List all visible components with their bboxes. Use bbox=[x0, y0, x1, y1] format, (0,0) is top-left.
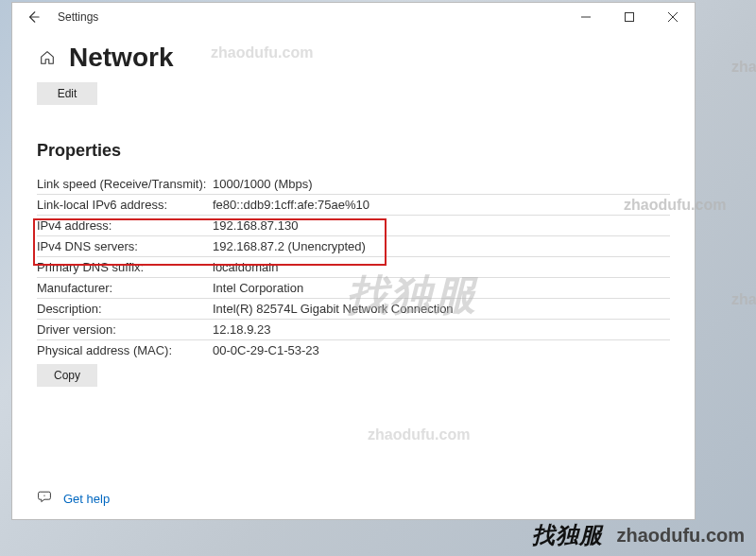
page-title: Network bbox=[69, 43, 173, 73]
prop-label: Physical address (MAC): bbox=[37, 343, 213, 357]
content-area: Network Edit Properties Link speed (Rece… bbox=[12, 31, 695, 519]
prop-value: 00-0C-29-C1-53-23 bbox=[213, 343, 670, 357]
home-icon[interactable] bbox=[37, 47, 58, 68]
prop-label: Primary DNS suffix: bbox=[37, 260, 213, 274]
maximize-icon bbox=[625, 12, 634, 22]
table-row: Link-local IPv6 address: fe80::ddb9:1cff… bbox=[37, 195, 670, 216]
svg-rect-1 bbox=[626, 13, 634, 22]
watermark-text: zhaodufu.com bbox=[731, 59, 756, 76]
edit-button[interactable]: Edit bbox=[37, 82, 97, 105]
back-button[interactable] bbox=[20, 4, 46, 30]
prop-value: 1000/1000 (Mbps) bbox=[213, 177, 670, 191]
overlay-cjk: 找独服 bbox=[532, 520, 603, 550]
table-row: Link speed (Receive/Transmit): 1000/1000… bbox=[37, 174, 670, 195]
prop-value: Intel Corporation bbox=[213, 281, 670, 295]
overlay-url: zhaodufu.com bbox=[616, 525, 745, 547]
prop-value: 192.168.87.130 bbox=[213, 218, 670, 233]
prop-value: fe80::ddb9:1cff:afe:75ae%10 bbox=[213, 198, 670, 212]
prop-label: Link-local IPv6 address: bbox=[37, 198, 213, 212]
watermark-text: zhaodufu.com bbox=[368, 426, 470, 443]
close-button[interactable] bbox=[651, 3, 695, 31]
help-row: Get help bbox=[37, 489, 670, 512]
prop-label: Description: bbox=[37, 302, 213, 316]
prop-label: IPv4 DNS servers: bbox=[37, 239, 213, 253]
prop-label: Manufacturer: bbox=[37, 281, 213, 295]
properties-heading: Properties bbox=[37, 141, 670, 161]
table-row: Physical address (MAC): 00-0C-29-C1-53-2… bbox=[37, 340, 670, 360]
table-row: Manufacturer: Intel Corporation bbox=[37, 278, 670, 299]
table-row: Driver version: 12.18.9.23 bbox=[37, 320, 670, 340]
copy-button[interactable]: Copy bbox=[37, 364, 97, 387]
table-row: IPv4 address: 192.168.87.130 bbox=[37, 216, 670, 236]
back-arrow-icon bbox=[26, 10, 40, 24]
minimize-icon bbox=[581, 12, 591, 22]
watermark-text: zhaodufu.com bbox=[731, 291, 756, 308]
prop-label: Link speed (Receive/Transmit): bbox=[37, 177, 213, 191]
overlay-brand: 找独服 zhaodufu.com bbox=[532, 520, 745, 550]
page-header: Network bbox=[37, 43, 670, 73]
window-title: Settings bbox=[58, 10, 98, 24]
prop-label: IPv4 address: bbox=[37, 218, 213, 233]
prop-value: Intel(R) 82574L Gigabit Network Connecti… bbox=[213, 302, 670, 316]
table-row: IPv4 DNS servers: 192.168.87.2 (Unencryp… bbox=[37, 236, 670, 257]
svg-point-4 bbox=[43, 495, 44, 496]
settings-window: Settings bbox=[11, 2, 696, 520]
close-icon bbox=[668, 12, 678, 22]
get-help-link[interactable]: Get help bbox=[63, 492, 110, 506]
minimize-button[interactable] bbox=[564, 3, 608, 31]
table-row: Primary DNS suffix: localdomain bbox=[37, 257, 670, 278]
help-icon[interactable] bbox=[37, 489, 52, 508]
window-controls bbox=[564, 3, 695, 31]
prop-label: Driver version: bbox=[37, 322, 213, 337]
properties-table: Link speed (Receive/Transmit): 1000/1000… bbox=[37, 174, 670, 360]
prop-value: 12.18.9.23 bbox=[213, 322, 670, 337]
maximize-button[interactable] bbox=[608, 3, 651, 31]
titlebar: Settings bbox=[12, 3, 695, 31]
table-row: Description: Intel(R) 82574L Gigabit Net… bbox=[37, 299, 670, 320]
prop-value: 192.168.87.2 (Unencrypted) bbox=[213, 239, 670, 253]
prop-value: localdomain bbox=[213, 260, 670, 274]
